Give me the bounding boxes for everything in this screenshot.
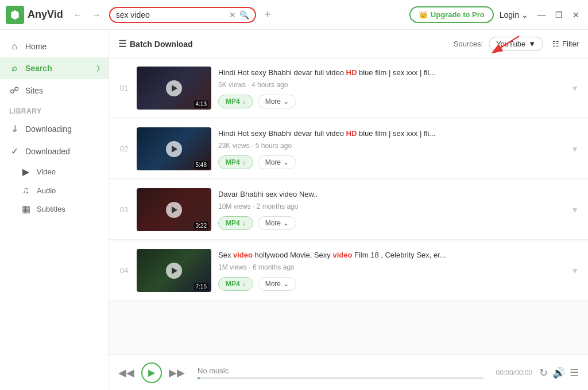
favorite-icon[interactable]: ▼ bbox=[571, 205, 579, 214]
more-button[interactable]: More ⌄ bbox=[258, 277, 296, 291]
download-icon: ↓ bbox=[242, 280, 246, 288]
download-icon: ↓ bbox=[242, 158, 246, 166]
player-play-button[interactable]: ▶ bbox=[141, 362, 162, 383]
filter-label: Filter bbox=[562, 40, 579, 48]
result-item: 01 4:13 Hindi Hot sexy Bhabhi devar full… bbox=[109, 58, 588, 118]
result-actions: MP4 ↓ More ⌄ bbox=[218, 95, 564, 108]
search-sidebar-icon: ⌕ bbox=[9, 63, 20, 73]
content-area: ☰ Batch Download Sources: YouTube ▼ ☷ bbox=[109, 30, 588, 390]
home-icon: ⌂ bbox=[9, 41, 20, 52]
result-title: Hindi Hot sexy Bhabhi devar full video H… bbox=[218, 68, 564, 78]
sidebar-item-home[interactable]: ⌂ Home bbox=[0, 36, 109, 57]
title-plain: Sex bbox=[218, 251, 233, 259]
player-prev-button[interactable]: ◀◀ bbox=[118, 365, 134, 381]
result-item: 02 5:48 Hindi Hot sexy Bhabhi devar full… bbox=[109, 119, 588, 179]
play-button[interactable] bbox=[166, 80, 182, 96]
mp4-label: MP4 bbox=[226, 158, 240, 166]
batch-download-button[interactable]: ☰ Batch Download bbox=[118, 38, 193, 49]
sidebar-item-audio[interactable]: ♫ Audio bbox=[11, 181, 109, 200]
more-chevron-icon: ⌄ bbox=[283, 280, 289, 288]
close-button[interactable]: ✕ bbox=[570, 9, 582, 21]
more-label: More bbox=[265, 158, 281, 166]
upgrade-button[interactable]: 👑 Upgrade to Pro bbox=[409, 6, 494, 23]
app-name: AnyVid bbox=[28, 9, 63, 21]
more-button[interactable]: More ⌄ bbox=[258, 216, 296, 230]
sidebar-downloading-label: Downloading bbox=[25, 124, 72, 134]
play-button[interactable] bbox=[166, 202, 182, 218]
mp4-label: MP4 bbox=[226, 280, 240, 288]
player-repeat-button[interactable]: ↻ bbox=[539, 366, 548, 379]
result-thumbnail[interactable]: 4:13 bbox=[137, 67, 211, 110]
download-icon: ↓ bbox=[242, 98, 246, 106]
result-thumbnail[interactable]: 3:22 bbox=[137, 188, 211, 231]
title-suffix-2: Film 18 , Celebrity Sex, er... bbox=[352, 251, 446, 259]
login-button[interactable]: Login ⌄ bbox=[500, 10, 528, 20]
result-meta: 1M views · 6 months ago bbox=[218, 263, 564, 271]
thumb-duration: 3:22 bbox=[194, 222, 208, 229]
mp4-button[interactable]: MP4 ↓ bbox=[218, 95, 253, 108]
title-suffix: blue film | sex xxx | fli... bbox=[357, 129, 435, 138]
search-input[interactable] bbox=[116, 10, 230, 20]
result-thumbnail[interactable]: 7:15 bbox=[137, 249, 211, 292]
more-button[interactable]: More ⌄ bbox=[258, 95, 296, 108]
sources-dropdown-button[interactable]: YouTube ▼ bbox=[489, 37, 543, 51]
filter-button[interactable]: ☷ Filter bbox=[552, 40, 579, 48]
filter-icon: ☷ bbox=[552, 40, 559, 48]
player-controls-right: ↻ 🔊 ☰ bbox=[539, 366, 579, 379]
clear-icon[interactable]: ✕ bbox=[229, 10, 236, 20]
mp4-button[interactable]: MP4 ↓ bbox=[218, 216, 253, 230]
title-bar: AnyVid ← → ✕ 🔍 + 👑 Upgrade to Pro Login … bbox=[0, 0, 588, 30]
crown-icon: 👑 bbox=[419, 10, 428, 19]
result-actions: MP4 ↓ More ⌄ bbox=[218, 216, 564, 230]
mp4-label: MP4 bbox=[226, 219, 240, 227]
sidebar-item-sites[interactable]: ☍ Sites bbox=[0, 79, 109, 102]
more-chevron-icon: ⌄ bbox=[283, 158, 289, 166]
mp4-button[interactable]: MP4 ↓ bbox=[218, 155, 253, 169]
downloading-icon: ⇓ bbox=[9, 123, 20, 134]
app-logo bbox=[6, 6, 24, 24]
favorite-icon[interactable]: ▼ bbox=[571, 266, 579, 275]
player-queue-button[interactable]: ☰ bbox=[570, 366, 579, 379]
sidebar-sites-label: Sites bbox=[25, 86, 43, 95]
player-volume-button[interactable]: 🔊 bbox=[552, 366, 565, 379]
play-button[interactable] bbox=[166, 141, 182, 157]
sidebar-item-subtitles[interactable]: ▦ Subtitles bbox=[11, 200, 109, 219]
more-button[interactable]: More ⌄ bbox=[258, 155, 296, 169]
player-progress-bar[interactable] bbox=[198, 377, 483, 379]
result-info: Davar Bhabhi sex video New.. 10M views ·… bbox=[218, 189, 564, 229]
result-number: 01 bbox=[118, 84, 130, 92]
result-actions: MP4 ↓ More ⌄ bbox=[218, 155, 564, 169]
play-button[interactable] bbox=[166, 263, 182, 279]
sidebar-item-video[interactable]: ▶ Video bbox=[11, 162, 109, 181]
sidebar-item-downloaded[interactable]: ✓ Downloaded bbox=[0, 140, 109, 162]
search-bar-icons: ✕ 🔍 bbox=[229, 10, 249, 20]
result-title: Sex video hollywood Movie, Sexy video Fi… bbox=[218, 250, 564, 260]
nav-forward-button[interactable]: → bbox=[88, 7, 105, 23]
title-plain: Davar Bhabhi sex video New.. bbox=[218, 190, 318, 198]
more-chevron-icon: ⌄ bbox=[283, 219, 289, 227]
sidebar-home-label: Home bbox=[25, 42, 47, 51]
result-thumbnail[interactable]: 5:48 bbox=[137, 127, 211, 170]
batch-download-label: Batch Download bbox=[130, 40, 193, 49]
nav-back-button[interactable]: ← bbox=[70, 7, 86, 23]
minimize-button[interactable]: — bbox=[535, 9, 548, 21]
sites-icon: ☍ bbox=[9, 85, 20, 96]
player-next-button[interactable]: ▶▶ bbox=[169, 365, 185, 381]
results-list: 01 4:13 Hindi Hot sexy Bhabhi devar full… bbox=[109, 58, 588, 354]
sidebar-search-label: Search bbox=[25, 64, 52, 73]
more-label: More bbox=[265, 219, 281, 227]
title-plain: Hindi Hot sexy Bhabhi devar full video bbox=[218, 68, 346, 77]
player-info: No music bbox=[198, 366, 483, 379]
favorite-icon[interactable]: ▼ bbox=[571, 145, 579, 154]
batch-icon: ☰ bbox=[118, 38, 126, 49]
new-tab-button[interactable]: + bbox=[260, 7, 276, 23]
favorite-icon[interactable]: ▼ bbox=[571, 84, 579, 93]
mp4-button[interactable]: MP4 ↓ bbox=[218, 277, 253, 291]
search-icon[interactable]: 🔍 bbox=[239, 10, 249, 20]
sidebar-item-downloading[interactable]: ⇓ Downloading bbox=[0, 118, 109, 140]
title-suffix: hollywood Movie, Sexy bbox=[253, 251, 332, 259]
result-info: Sex video hollywood Movie, Sexy video Fi… bbox=[218, 250, 564, 290]
more-label: More bbox=[265, 280, 281, 288]
maximize-button[interactable]: ❐ bbox=[552, 9, 565, 21]
sidebar-item-search[interactable]: ⌕ Search 〉 bbox=[0, 57, 109, 79]
